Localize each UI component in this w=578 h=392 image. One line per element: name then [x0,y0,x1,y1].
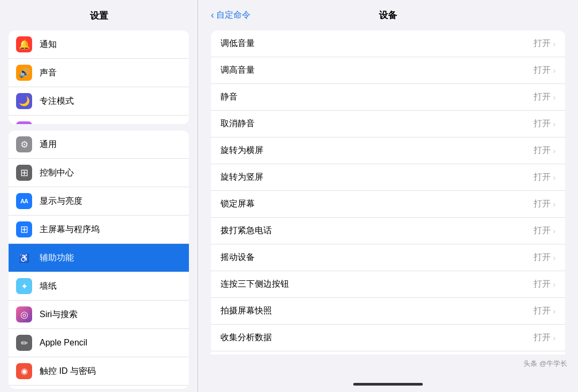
lower-volume-status: 打开 [534,38,551,49]
sidebar: 设置 🔔 通知 🔊 声音 🌙 专注模式 ⌛ 屏幕使用时间 ⚙ [0,0,198,392]
triple-press-label: 连按三下侧边按钮 [220,279,289,290]
rotate-portrait-label: 旋转为竖屏 [220,172,263,183]
row-rotate-portrait[interactable]: 旋转为竖屏 打开 › [211,164,565,191]
notifications-label: 通知 [40,39,57,50]
raise-volume-chevron: › [553,66,556,75]
row-triple-press[interactable]: 连按三下侧边按钮 打开 › [211,271,565,298]
screentime-icon: ⌛ [16,121,32,124]
rotate-landscape-chevron: › [553,147,556,155]
row-rotate-landscape[interactable]: 旋转为横屏 打开 › [211,137,565,164]
siri-label: Siri与搜索 [40,309,78,320]
wallpaper-icon: ✦ [16,278,32,294]
right-panel-title: 设备 [379,9,397,21]
raise-volume-status: 打开 [534,65,551,76]
triple-press-status: 打开 [534,279,551,290]
screenshot-chevron: › [553,307,556,316]
sidebar-item-notifications[interactable]: 🔔 通知 [9,30,189,59]
analytics-label: 收集分析数据 [220,332,272,343]
homescreen-icon: ⊞ [16,221,32,237]
row-lower-volume[interactable]: 调低音量 打开 › [211,30,565,57]
notifications-icon: 🔔 [16,36,32,52]
mute-label: 静音 [220,91,238,103]
sidebar-item-controlcenter[interactable]: ⊞ 控制中心 [9,159,189,187]
lower-volume-chevron: › [553,40,556,48]
faceid-label: 触控 ID 与密码 [40,366,96,377]
rotate-landscape-status: 打开 [534,145,551,156]
focus-icon: 🌙 [16,93,32,109]
triple-press-right: 打开 › [534,279,556,290]
lock-screen-chevron: › [553,200,556,209]
lower-volume-label: 调低音量 [220,38,255,49]
controlcenter-label: 控制中心 [40,167,74,179]
unmute-label: 取消静音 [220,118,255,129]
accessibility-label: 辅助功能 [40,252,74,264]
lock-screen-label: 锁定屏幕 [220,198,255,210]
raise-volume-label: 调高音量 [220,65,255,76]
row-raise-volume[interactable]: 调高音量 打开 › [211,57,565,84]
display-icon: AA [16,193,32,209]
mute-chevron: › [553,93,556,102]
sounds-icon: 🔊 [16,65,32,81]
sidebar-item-homescreen[interactable]: ⊞ 主屏幕与程序坞 [9,216,189,244]
home-bar [353,383,423,386]
back-button[interactable]: ‹ 自定命令 [211,10,250,21]
sidebar-item-display[interactable]: AA 显示与亮度 [9,187,189,216]
faceid-icon: ◉ [16,363,32,379]
screentime-label: 屏幕使用时间 [40,124,91,125]
screenshot-status: 打开 [534,305,551,317]
lower-volume-right: 打开 › [534,38,556,49]
analytics-status: 打开 [534,332,551,343]
emergency-call-right: 打开 › [534,225,556,236]
row-lock-screen[interactable]: 锁定屏幕 打开 › [211,191,565,218]
mute-right: 打开 › [534,91,556,103]
emergency-call-chevron: › [553,227,556,235]
controlcenter-icon: ⊞ [16,165,32,181]
rotate-landscape-right: 打开 › [534,145,556,156]
sidebar-item-siri[interactable]: ◎ Siri与搜索 [9,301,189,329]
sidebar-section-1: 🔔 通知 🔊 声音 🌙 专注模式 ⌛ 屏幕使用时间 [9,30,189,124]
row-emergency-call[interactable]: 拨打紧急电话 打开 › [211,218,565,244]
back-label: 自定命令 [216,10,250,21]
wallpaper-label: 墙纸 [40,281,57,292]
general-label: 通用 [40,139,57,150]
row-screenshot[interactable]: 拍摄屏幕快照 打开 › [211,298,565,325]
applepencil-icon: ✏ [16,335,32,351]
sidebar-item-sounds[interactable]: 🔊 声音 [9,59,189,87]
lock-screen-status: 打开 [534,198,551,210]
sounds-label: 声音 [40,67,57,79]
row-unmute[interactable]: 取消静音 打开 › [211,111,565,137]
rotate-portrait-right: 打开 › [534,172,556,183]
rotate-portrait-status: 打开 [534,172,551,183]
general-icon: ⚙ [16,136,32,152]
right-panel: ‹ 自定命令 设备 调低音量 打开 › 调高音量 打开 › [198,0,578,392]
homescreen-label: 主屏幕与程序坞 [40,224,100,235]
sidebar-item-applepencil[interactable]: ✏ Apple Pencil [9,329,189,357]
emergency-call-label: 拨打紧急电话 [220,225,272,236]
sidebar-item-wallpaper[interactable]: ✦ 墙纸 [9,272,189,301]
raise-volume-right: 打开 › [534,65,556,76]
unmute-chevron: › [553,120,556,128]
right-header: ‹ 自定命令 设备 [198,0,578,26]
shake-right: 打开 › [534,252,556,263]
screenshot-label: 拍摄屏幕快照 [220,305,272,317]
emergency-call-status: 打开 [534,225,551,236]
row-analytics[interactable]: 收集分析数据 打开 › [211,325,565,351]
home-indicator [198,375,578,392]
sidebar-item-screentime[interactable]: ⌛ 屏幕使用时间 [9,116,189,124]
sidebar-item-battery[interactable]: 🔋 电池 [9,386,189,389]
analytics-right: 打开 › [534,332,556,343]
lock-screen-right: 打开 › [534,198,556,210]
sidebar-item-accessibility[interactable]: ♿ 辅助功能 [9,244,189,272]
sidebar-item-general[interactable]: ⚙ 通用 [9,130,189,159]
triple-press-chevron: › [553,280,556,289]
siri-icon: ◎ [16,306,32,322]
unmute-status: 打开 [534,118,551,129]
row-shake[interactable]: 摇动设备 打开 › [211,244,565,271]
focus-label: 专注模式 [40,96,74,107]
analytics-chevron: › [553,334,556,342]
row-mute[interactable]: 静音 打开 › [211,84,565,111]
shake-status: 打开 [534,252,551,263]
rotate-landscape-label: 旋转为横屏 [220,145,263,156]
sidebar-item-focus[interactable]: 🌙 专注模式 [9,87,189,116]
sidebar-item-faceid[interactable]: ◉ 触控 ID 与密码 [9,357,189,386]
